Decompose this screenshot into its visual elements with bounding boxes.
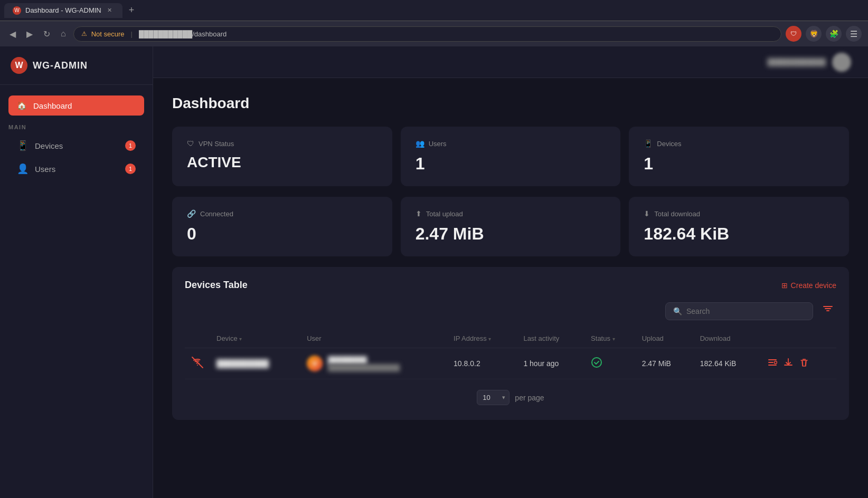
upload-icon: ⬆ — [416, 209, 422, 218]
reload-button[interactable]: ↻ — [40, 26, 53, 42]
sidebar-logo: W WG-ADMIN — [0, 46, 153, 85]
users-stat-icon: 👥 — [416, 139, 424, 148]
forward-button[interactable]: ▶ — [23, 26, 36, 42]
pagination: 10 25 50 100 per page — [185, 379, 836, 407]
search-icon: 🔍 — [673, 307, 682, 315]
connected-stat-label: 🔗 Connected — [187, 209, 378, 218]
users-label: Users — [35, 165, 55, 174]
vpn-status-value: ACTIVE — [187, 154, 378, 171]
download-stat-label: ⬇ Total download — [644, 209, 834, 218]
col-header-activity: Last activity — [517, 329, 584, 348]
create-device-button[interactable]: ⊞ Create device — [781, 281, 836, 290]
col-header-icon — [185, 329, 210, 348]
device-status-icon-cell — [185, 348, 210, 379]
devices-stat-value: 1 — [644, 154, 834, 174]
config-icon — [768, 358, 777, 367]
wifi-off-icon — [191, 359, 204, 371]
per-page-label: per page — [515, 394, 544, 402]
svg-point-1 — [592, 358, 601, 367]
per-page-select-wrap[interactable]: 10 25 50 100 — [477, 390, 510, 405]
stat-card-connected: 🔗 Connected 0 — [172, 197, 392, 256]
tab-bar: W Dashboard - WG-ADMIN ✕ + — [0, 0, 868, 21]
ip-address-cell: 10.8.0.2 — [447, 348, 517, 379]
table-row: ██████████ U ████████ ████████████████ — [185, 348, 836, 379]
devices-stat-icon: 📱 — [644, 139, 653, 148]
col-header-device[interactable]: Device ▾ — [210, 329, 300, 348]
nav-bar: ◀ ▶ ↻ ⌂ ⚠ Not secure | ███████████/dashb… — [0, 21, 868, 46]
user-cell: U ████████ ████████████████ — [300, 348, 447, 379]
device-name-cell: ██████████ — [210, 348, 300, 379]
new-tab-button[interactable]: + — [125, 3, 139, 18]
stats-grid-row2: 🔗 Connected 0 ⬆ Total upload 2.47 MiB — [172, 197, 849, 256]
col-header-user: User — [300, 329, 447, 348]
stat-card-users: 👥 Users 1 — [401, 127, 621, 186]
address-bar[interactable]: ⚠ Not secure | ███████████/dashboard — [73, 26, 781, 42]
link-icon: 🔗 — [187, 209, 196, 218]
tab-favicon: W — [13, 6, 21, 15]
filter-icon — [823, 304, 833, 315]
search-input[interactable] — [686, 307, 805, 315]
download-btn-icon — [784, 358, 793, 367]
main-header: ████████████ — [153, 46, 868, 78]
menu-icon[interactable]: ☰ — [846, 26, 862, 42]
back-button[interactable]: ◀ — [6, 26, 19, 42]
table-header: Devices Table ⊞ Create device — [185, 280, 836, 291]
devices-table: Device ▾ User IP Address ▾ L — [185, 329, 836, 379]
stat-card-upload: ⬆ Total upload 2.47 MiB — [401, 197, 621, 256]
download-icon: ⬇ — [644, 209, 650, 218]
brave-shield-icon[interactable]: 🛡 — [786, 26, 801, 42]
content-area: ████████████ Dashboard 🛡 VPN Status ACTI… — [153, 46, 868, 498]
delete-icon — [799, 358, 809, 367]
sidebar-item-devices[interactable]: 📱 Devices 1 — [8, 135, 144, 157]
tab-close-button[interactable]: ✕ — [106, 6, 114, 15]
active-tab[interactable]: W Dashboard - WG-ADMIN ✕ — [4, 3, 122, 18]
stat-card-download: ⬇ Total download 182.64 KiB — [629, 197, 849, 256]
user-cell-inner: U ████████ ████████████████ — [307, 356, 441, 371]
upload-cell: 2.47 MiB — [636, 348, 694, 379]
download-button[interactable] — [784, 358, 793, 369]
header-right: ████████████ — [767, 53, 851, 72]
security-warning-icon: ⚠ — [81, 30, 87, 37]
device-icon: 📱 — [17, 140, 29, 151]
security-label: Not secure — [91, 30, 125, 38]
sidebar-item-dashboard[interactable]: 🏠 Dashboard — [8, 95, 144, 116]
svg-point-5 — [775, 361, 777, 364]
header-username: ████████████ — [767, 58, 826, 66]
logo-text: WG-ADMIN — [33, 60, 88, 71]
url-display: ███████████/dashboard — [139, 30, 227, 38]
user-info: ████████ ████████████████ — [328, 356, 400, 371]
table-title: Devices Table — [185, 280, 248, 291]
svg-rect-4 — [768, 365, 777, 366]
main-content: Dashboard 🛡 VPN Status ACTIVE 👥 Users — [153, 78, 868, 498]
devices-label: Devices — [35, 141, 63, 150]
svg-rect-2 — [768, 359, 777, 360]
col-header-ip[interactable]: IP Address ▾ — [447, 329, 517, 348]
actions-cell — [761, 348, 836, 379]
devices-badge: 1 — [125, 140, 136, 151]
app: W WG-ADMIN 🏠 Dashboard MAIN 📱 Devices 1 … — [0, 46, 868, 498]
dashboard-label: Dashboard — [33, 101, 72, 110]
extensions-icon[interactable]: 🧩 — [826, 26, 842, 42]
row-actions — [768, 358, 830, 369]
per-page-select[interactable]: 10 25 50 100 — [477, 390, 510, 405]
filter-button[interactable] — [819, 301, 836, 321]
device-name: ██████████ — [216, 359, 269, 368]
col-header-status[interactable]: Status ▾ — [584, 329, 636, 348]
col-header-upload: Upload — [636, 329, 694, 348]
upload-stat-value: 2.47 MiB — [416, 224, 606, 244]
search-input-wrap[interactable]: 🔍 — [665, 302, 813, 320]
sidebar-item-users[interactable]: 👤 Users 1 — [8, 158, 144, 180]
nav-actions: 🛡 🦁 🧩 ☰ — [786, 26, 862, 42]
connected-stat-value: 0 — [187, 224, 378, 244]
config-button[interactable] — [768, 358, 777, 369]
table-controls: 🔍 — [185, 301, 836, 321]
home-icon: 🏠 — [17, 101, 27, 110]
logo-icon: W — [11, 57, 27, 74]
last-activity-cell: 1 hour ago — [517, 348, 584, 379]
delete-button[interactable] — [799, 358, 809, 369]
home-button[interactable]: ⌂ — [58, 26, 69, 42]
devices-stat-label: 📱 Devices — [644, 139, 834, 148]
svg-rect-3 — [768, 362, 773, 363]
brave-rewards-icon[interactable]: 🦁 — [806, 26, 822, 42]
nav-section-main: MAIN — [8, 124, 144, 130]
